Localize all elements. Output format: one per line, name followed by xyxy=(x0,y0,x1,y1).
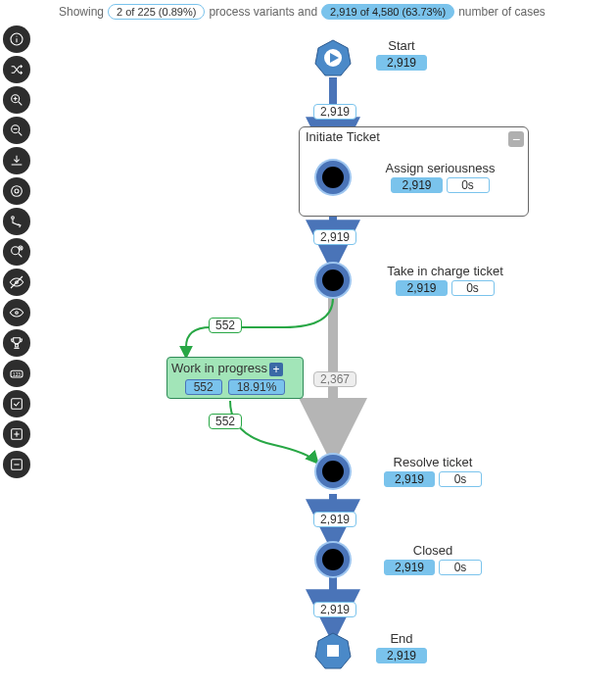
svg-point-10 xyxy=(12,186,23,197)
svg-point-12 xyxy=(12,217,15,220)
take-label-box: Take in charge ticket 2,919 0s xyxy=(359,264,531,296)
take-count: 2,919 xyxy=(396,280,447,296)
svg-rect-23 xyxy=(12,399,23,410)
end-label: End xyxy=(362,631,441,646)
svg-line-14 xyxy=(19,254,22,257)
edge-start-assign: 2,919 xyxy=(313,104,356,120)
shuffle-icon[interactable] xyxy=(3,56,30,83)
info-icon[interactable] xyxy=(3,25,30,53)
svg-point-20 xyxy=(16,312,19,315)
start-count: 2,919 xyxy=(376,55,427,71)
closed-label-box: Closed 2,919 0s xyxy=(359,543,506,575)
wip-pct: 18.91% xyxy=(228,379,286,395)
resolve-time: 0s xyxy=(439,471,482,487)
trophy-icon[interactable] xyxy=(3,329,30,357)
mid-label: process variants and xyxy=(209,5,317,19)
tail-label: number of cases xyxy=(458,5,545,19)
assign-count: 2,919 xyxy=(391,177,442,193)
zoom-out-icon[interactable] xyxy=(3,117,30,144)
wip-label: Work in progress xyxy=(171,361,267,375)
cases-pill[interactable]: 2,919 of 4,580 (63.73%) xyxy=(321,4,454,20)
filter-summary: Showing 2 of 225 (0.89%) process variant… xyxy=(0,0,616,24)
showing-label: Showing xyxy=(59,5,104,19)
start-label-box: Start 2,919 xyxy=(362,38,441,71)
vector-icon[interactable] xyxy=(3,208,30,235)
end-count: 2,919 xyxy=(376,648,427,663)
remove-panel-icon[interactable] xyxy=(3,451,30,478)
assign-label-box: Assign seriousness 2,919 0s xyxy=(359,161,521,193)
svg-rect-38 xyxy=(327,645,339,657)
zoom-in-icon[interactable] xyxy=(3,86,30,114)
assign-time: 0s xyxy=(447,177,490,193)
node-closed[interactable] xyxy=(316,543,350,576)
edge-resolve-closed: 2,919 xyxy=(313,512,356,527)
process-graph-canvas[interactable]: Start 2,919 2,919 Initiate Ticket − Assi… xyxy=(39,24,607,680)
start-node[interactable] xyxy=(313,38,353,77)
checkbox-icon[interactable] xyxy=(3,390,30,417)
group-collapse-icon[interactable]: − xyxy=(508,131,524,147)
end-label-box: End 2,919 xyxy=(362,631,441,663)
start-label: Start xyxy=(362,38,441,53)
closed-time: 0s xyxy=(439,560,482,575)
node-assign-seriousness[interactable] xyxy=(316,161,350,194)
edge-take-wip: 552 xyxy=(209,318,242,333)
view-2-icon[interactable] xyxy=(3,299,30,326)
wip-count: 552 xyxy=(185,379,222,395)
edges-layer xyxy=(39,24,607,680)
resolve-label-box: Resolve ticket 2,919 0s xyxy=(359,455,506,487)
resolve-label: Resolve ticket xyxy=(359,455,506,469)
toolbar: 123 xyxy=(0,25,33,478)
resolve-count: 2,919 xyxy=(384,471,435,487)
closed-label: Closed xyxy=(359,543,506,558)
edge-closed-end: 2,919 xyxy=(313,602,356,617)
view-1-icon[interactable] xyxy=(3,269,30,296)
variants-pill[interactable]: 2 of 225 (0.89%) xyxy=(108,4,205,20)
add-panel-icon[interactable] xyxy=(3,420,30,448)
svg-text:123: 123 xyxy=(13,372,21,377)
take-time: 0s xyxy=(451,280,495,296)
wip-expand-icon[interactable]: + xyxy=(269,363,283,376)
svg-line-4 xyxy=(19,102,22,105)
closed-count: 2,919 xyxy=(384,560,435,575)
node-resolve-ticket[interactable] xyxy=(316,455,350,488)
svg-point-2 xyxy=(16,35,17,36)
end-node[interactable] xyxy=(313,631,353,670)
group-title: Initiate Ticket xyxy=(306,129,380,144)
target-icon[interactable] xyxy=(3,177,30,205)
edge-assign-take: 2,919 xyxy=(313,229,356,245)
add-filter-icon[interactable] xyxy=(3,238,30,266)
svg-point-11 xyxy=(15,189,19,193)
take-label: Take in charge ticket xyxy=(359,264,531,278)
node-work-in-progress[interactable]: Work in progress+ 552 18.91% xyxy=(166,357,304,399)
counter-icon[interactable]: 123 xyxy=(3,360,30,387)
node-take-in-charge[interactable] xyxy=(316,264,350,297)
download-svg-icon[interactable] xyxy=(3,147,30,174)
svg-point-13 xyxy=(12,247,20,255)
edge-take-resolve: 2,367 xyxy=(313,371,356,387)
edge-wip-resolve: 552 xyxy=(209,414,242,429)
svg-line-8 xyxy=(19,132,22,135)
assign-label: Assign seriousness xyxy=(359,161,521,175)
